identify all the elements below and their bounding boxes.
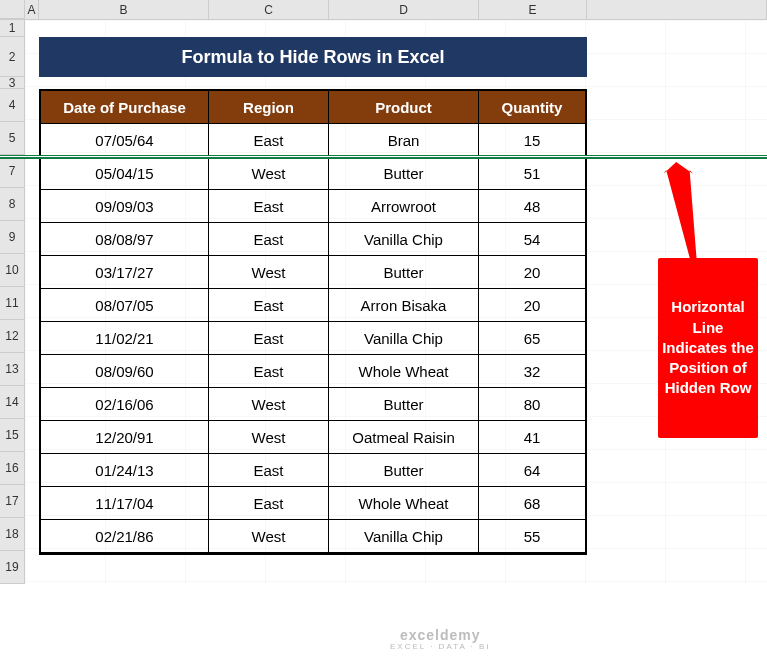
table-row: 08/07/05 East Arron Bisaka 20 <box>41 289 585 322</box>
row-header[interactable]: 3 <box>0 77 24 89</box>
row-header[interactable]: 8 <box>0 188 24 221</box>
header-product[interactable]: Product <box>329 91 479 124</box>
title-text: Formula to Hide Rows in Excel <box>181 47 444 68</box>
row-header[interactable]: 11 <box>0 287 24 320</box>
table-row: 11/02/21 East Vanilla Chip 65 <box>41 322 585 355</box>
select-all-corner[interactable] <box>0 0 25 19</box>
cell-qty[interactable]: 65 <box>479 322 585 355</box>
cell-date[interactable]: 12/20/91 <box>41 421 209 454</box>
column-header-row: A B C D E <box>0 0 767 20</box>
cell-date[interactable]: 11/17/04 <box>41 487 209 520</box>
row-header[interactable]: 9 <box>0 221 24 254</box>
cell-product[interactable]: Whole Wheat <box>329 487 479 520</box>
header-region[interactable]: Region <box>209 91 329 124</box>
cell-qty[interactable]: 20 <box>479 289 585 322</box>
header-date[interactable]: Date of Purchase <box>41 91 209 124</box>
cell-qty[interactable]: 41 <box>479 421 585 454</box>
row-header[interactable]: 7 <box>0 155 24 188</box>
row-header[interactable]: 13 <box>0 353 24 386</box>
cell-date[interactable]: 03/17/27 <box>41 256 209 289</box>
table-row: 03/17/27 West Butter 20 <box>41 256 585 289</box>
cell-product[interactable]: Whole Wheat <box>329 355 479 388</box>
cell-qty[interactable]: 68 <box>479 487 585 520</box>
cell-date[interactable]: 01/24/13 <box>41 454 209 487</box>
cell-date[interactable]: 08/08/97 <box>41 223 209 256</box>
table-row: 08/08/97 East Vanilla Chip 54 <box>41 223 585 256</box>
cell-product[interactable]: Arrowroot <box>329 190 479 223</box>
row-header[interactable]: 4 <box>0 89 24 122</box>
row-header[interactable]: 10 <box>0 254 24 287</box>
cell-date[interactable]: 08/07/05 <box>41 289 209 322</box>
column-header-rest <box>587 0 767 19</box>
cell-region[interactable]: West <box>209 388 329 421</box>
sheet-body: 1 2 3 4 5 7 8 9 10 11 12 13 14 15 16 17 … <box>0 20 767 584</box>
row-header[interactable]: 14 <box>0 386 24 419</box>
column-header-E[interactable]: E <box>479 0 587 19</box>
table-row: 07/05/64 East Bran 15 <box>41 124 585 157</box>
cell-region[interactable]: East <box>209 322 329 355</box>
cell-qty[interactable]: 54 <box>479 223 585 256</box>
watermark-line1: exceldemy <box>390 628 491 643</box>
row-header[interactable]: 1 <box>0 20 24 37</box>
cell-date[interactable]: 02/16/06 <box>41 388 209 421</box>
cell-region[interactable]: West <box>209 157 329 190</box>
row-header[interactable]: 2 <box>0 37 24 77</box>
spreadsheet-view: A B C D E 1 2 3 4 5 7 8 9 10 11 12 13 14… <box>0 0 767 662</box>
cell-qty[interactable]: 48 <box>479 190 585 223</box>
cell-date[interactable]: 07/05/64 <box>41 124 209 157</box>
cell-qty[interactable]: 15 <box>479 124 585 157</box>
cell-product[interactable]: Vanilla Chip <box>329 223 479 256</box>
cell-region[interactable]: East <box>209 454 329 487</box>
header-qty[interactable]: Quantity <box>479 91 585 124</box>
cell-region[interactable]: West <box>209 256 329 289</box>
row-header[interactable]: 12 <box>0 320 24 353</box>
cell-qty[interactable]: 64 <box>479 454 585 487</box>
cell-region[interactable]: East <box>209 190 329 223</box>
row-header[interactable]: 16 <box>0 452 24 485</box>
cell-date[interactable]: 08/09/60 <box>41 355 209 388</box>
cell-qty[interactable]: 51 <box>479 157 585 190</box>
row-header[interactable]: 5 <box>0 122 24 155</box>
watermark-line2: EXCEL · DATA · BI <box>390 643 491 652</box>
column-header-B[interactable]: B <box>39 0 209 19</box>
cell-product[interactable]: Vanilla Chip <box>329 322 479 355</box>
table-row: 02/16/06 West Butter 80 <box>41 388 585 421</box>
cell-region[interactable]: East <box>209 124 329 157</box>
watermark: exceldemy EXCEL · DATA · BI <box>390 628 491 652</box>
cell-product[interactable]: Butter <box>329 157 479 190</box>
cell-product[interactable]: Butter <box>329 388 479 421</box>
cell-product[interactable]: Arron Bisaka <box>329 289 479 322</box>
cell-date[interactable]: 09/09/03 <box>41 190 209 223</box>
table-row: 01/24/13 East Butter 64 <box>41 454 585 487</box>
cell-qty[interactable]: 80 <box>479 388 585 421</box>
cell-region[interactable]: West <box>209 520 329 553</box>
row-header[interactable]: 19 <box>0 551 24 584</box>
cell-product[interactable]: Bran <box>329 124 479 157</box>
table-row: 02/21/86 West Vanilla Chip 55 <box>41 520 585 553</box>
cell-product[interactable]: Butter <box>329 256 479 289</box>
cell-product[interactable]: Butter <box>329 454 479 487</box>
cell-region[interactable]: East <box>209 223 329 256</box>
row-header[interactable]: 18 <box>0 518 24 551</box>
column-header-A[interactable]: A <box>25 0 39 19</box>
column-header-D[interactable]: D <box>329 0 479 19</box>
cell-qty[interactable]: 20 <box>479 256 585 289</box>
table-header-row: Date of Purchase Region Product Quantity <box>41 91 585 124</box>
cell-qty[interactable]: 32 <box>479 355 585 388</box>
cell-qty[interactable]: 55 <box>479 520 585 553</box>
cell-date[interactable]: 02/21/86 <box>41 520 209 553</box>
cell-date[interactable]: 11/02/21 <box>41 322 209 355</box>
cell-date[interactable]: 05/04/15 <box>41 157 209 190</box>
cell-region[interactable]: East <box>209 487 329 520</box>
cell-region[interactable]: East <box>209 355 329 388</box>
row-header[interactable]: 17 <box>0 485 24 518</box>
row-header[interactable]: 15 <box>0 419 24 452</box>
title-merged-cell[interactable]: Formula to Hide Rows in Excel <box>39 37 587 77</box>
cell-product[interactable]: Vanilla Chip <box>329 520 479 553</box>
column-header-C[interactable]: C <box>209 0 329 19</box>
grid-area[interactable]: Formula to Hide Rows in Excel Date of Pu… <box>25 20 767 584</box>
cell-region[interactable]: West <box>209 421 329 454</box>
cell-product[interactable]: Oatmeal Raisin <box>329 421 479 454</box>
callout-text: Horizontal Line Indicates the Position o… <box>662 297 754 398</box>
cell-region[interactable]: East <box>209 289 329 322</box>
